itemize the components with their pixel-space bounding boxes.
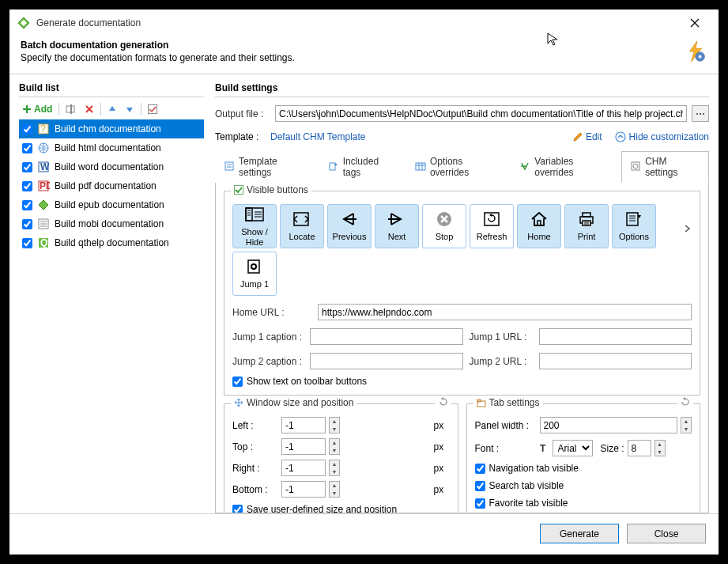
tab-icon <box>519 161 530 174</box>
move-down-button[interactable] <box>122 103 138 115</box>
jump2-url-label: Jump 2 URL : <box>470 356 533 367</box>
vis-btn-stop[interactable]: Stop <box>422 204 466 248</box>
jump1-url-input[interactable] <box>539 328 692 345</box>
build-item-checkbox[interactable] <box>22 124 32 134</box>
build-item-checkbox[interactable] <box>22 238 32 248</box>
build-list-panel: Build list Add ?Build chm documentationB… <box>19 82 204 513</box>
svg-point-40 <box>252 265 255 268</box>
output-file-row: Output file : <box>215 105 709 122</box>
jump2-url-input[interactable] <box>539 353 692 369</box>
font-icon: T <box>540 444 549 453</box>
output-file-label: Output file : <box>215 108 270 119</box>
tab-variables-overrides[interactable]: Variables overrides <box>511 151 621 183</box>
vis-btn-home[interactable]: Home <box>517 204 561 248</box>
build-item-word[interactable]: WBuild word documentation <box>19 157 204 176</box>
reset-tab-icon[interactable] <box>677 397 693 409</box>
bottom-fieldsets: Window size and position Left : ▲▼ px To… <box>224 403 700 513</box>
svg-point-19 <box>700 113 701 115</box>
vis-btn-previous[interactable]: Previous <box>327 204 372 248</box>
move-icon <box>234 398 243 407</box>
build-item-qthelp[interactable]: QtBuild qthelp documentation <box>19 233 204 252</box>
vis-btn-next[interactable]: Next <box>375 204 419 248</box>
vis-btn-print[interactable]: Print <box>564 204 609 248</box>
tab-template-settings[interactable]: Template settings <box>215 151 319 183</box>
move-up-button[interactable] <box>104 103 120 115</box>
build-item-checkbox[interactable] <box>22 200 32 210</box>
rename-button[interactable] <box>62 103 80 115</box>
build-item-checkbox[interactable] <box>22 162 32 172</box>
home-url-input[interactable] <box>318 304 692 320</box>
tab-icon <box>477 398 486 407</box>
vis-btn-jump-1[interactable]: Jump 1 <box>232 252 277 296</box>
svg-text:T: T <box>540 444 546 453</box>
close-button[interactable] <box>679 12 711 34</box>
tab-options-overrides[interactable]: Options overrides <box>406 151 511 183</box>
vis-btn-locate[interactable]: Locate <box>280 204 324 248</box>
vis-btn-icon <box>292 210 312 230</box>
svg-point-3 <box>699 55 702 59</box>
close-footer-button[interactable]: Close <box>627 524 706 543</box>
visible-buttons-fieldset: Visible buttons Show / HideLocatePreviou… <box>224 191 700 396</box>
mobi-icon <box>37 218 50 230</box>
show-text-checkbox[interactable] <box>232 377 243 387</box>
build-item-label: Build epub documentation <box>55 199 164 210</box>
jump1-caption-label: Jump 1 caption : <box>232 331 304 343</box>
generate-button[interactable]: Generate <box>540 524 619 543</box>
panel-width-spinner[interactable]: ▲▼ <box>540 417 692 433</box>
pencil-icon <box>573 132 583 142</box>
build-item-checkbox[interactable] <box>22 143 32 153</box>
browse-button[interactable] <box>692 105 709 122</box>
build-item-checkbox[interactable] <box>22 219 32 229</box>
jump1-caption-input[interactable] <box>310 328 463 345</box>
fav-tab-checkbox[interactable] <box>475 498 485 509</box>
svg-rect-29 <box>246 208 252 221</box>
search-tab-checkbox[interactable] <box>475 481 485 491</box>
save-user-size-checkbox[interactable] <box>232 505 243 514</box>
svg-text:W: W <box>40 161 50 172</box>
template-link[interactable]: Default CHM Template <box>270 131 366 142</box>
more-buttons-chevron[interactable] <box>679 223 696 234</box>
font-size-spinner[interactable]: ▲▼ <box>628 440 666 456</box>
qthelp-icon: Qt <box>37 237 50 249</box>
tab-included-tags[interactable]: Included tags <box>319 151 406 183</box>
tab-chm-settings[interactable]: CHM settings <box>621 151 709 183</box>
vis-btn-refresh[interactable]: Refresh <box>470 204 514 248</box>
build-item-html[interactable]: Build html documentation <box>19 138 204 157</box>
bottom-spinner[interactable]: ▲▼ <box>281 481 429 498</box>
build-item-checkbox[interactable] <box>22 181 32 191</box>
jump1-url-label: Jump 1 URL : <box>470 331 533 343</box>
build-item-label: Build word documentation <box>55 161 164 172</box>
right-spinner[interactable]: ▲▼ <box>281 460 429 476</box>
build-item-mobi[interactable]: Build mobi documentation <box>19 214 204 233</box>
vis-btn-icon <box>339 210 360 230</box>
edit-link[interactable]: Edit <box>573 131 602 142</box>
vis-btn-show-hide[interactable]: Show / Hide <box>232 204 277 248</box>
hide-customization-link[interactable]: Hide customization <box>615 131 709 142</box>
check-all-button[interactable] <box>145 103 160 115</box>
top-spinner[interactable]: ▲▼ <box>281 438 429 455</box>
vis-btn-options[interactable]: Options <box>612 204 656 248</box>
output-file-input[interactable] <box>275 105 687 122</box>
visible-buttons-legend: Visible buttons <box>231 184 311 195</box>
build-item-epub[interactable]: Build epub documentation <box>19 195 204 214</box>
vis-btn-icon <box>434 210 455 230</box>
build-item-pdf[interactable]: PDFBuild pdf documentation <box>19 176 204 195</box>
window-title: Generate documentation <box>36 17 679 28</box>
add-button[interactable]: Add <box>19 102 55 116</box>
build-item-chm[interactable]: ?Build chm documentation <box>19 119 204 138</box>
delete-button[interactable] <box>81 103 97 115</box>
font-select[interactable]: Arial <box>553 440 593 456</box>
svg-rect-22 <box>225 162 233 170</box>
reset-window-icon[interactable] <box>436 397 451 409</box>
template-label: Template : <box>215 131 270 142</box>
build-item-label: Build pdf documentation <box>55 180 157 191</box>
nav-tab-checkbox[interactable] <box>475 464 485 474</box>
window-size-legend: Window size and position <box>231 397 356 408</box>
build-list-title: Build list <box>19 82 204 93</box>
word-icon: W <box>37 161 50 173</box>
jump2-caption-input[interactable] <box>310 353 463 369</box>
vis-btn-icon <box>529 210 549 230</box>
home-url-label: Home URL : <box>232 307 311 318</box>
left-spinner[interactable]: ▲▼ <box>281 417 429 433</box>
tab-settings-legend: Tab settings <box>473 397 543 408</box>
